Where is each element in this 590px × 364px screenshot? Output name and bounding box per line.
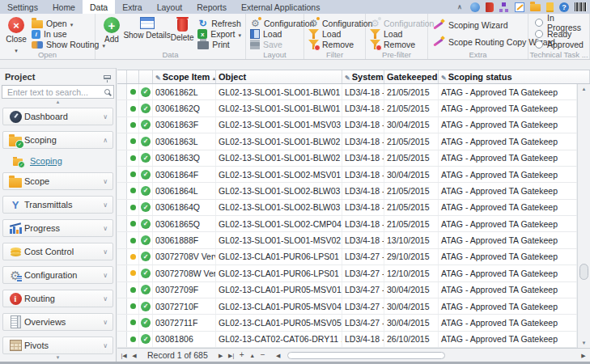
ribbon-tab[interactable]: Extra <box>115 0 150 14</box>
ribbon-tab[interactable]: External Applications <box>234 0 327 14</box>
edit-record-button[interactable] <box>248 353 257 358</box>
scroll-left-arrow-icon[interactable] <box>274 353 282 358</box>
ribbon-tab[interactable]: Data <box>83 0 115 14</box>
folder-icon[interactable] <box>530 4 541 11</box>
vertical-scroll-thumb[interactable] <box>579 264 588 280</box>
table-row[interactable]: 03061865Q GL02-13-SLO01-SLO02-CMP04 ... … <box>117 216 577 232</box>
column-header-system1[interactable]: System 1 <box>342 70 384 83</box>
table-row[interactable]: 03061888F GL02-13-SLO01-SLO01-MSV02 ... … <box>117 232 577 248</box>
scroll-up-arrow-icon[interactable]: ▲ <box>578 84 590 94</box>
help-icon[interactable] <box>559 2 569 12</box>
table-row[interactable]: 03072708W Verv. GL02-13-CLA01-PUR06-LPS0… <box>117 265 577 281</box>
check-circle-icon <box>141 120 151 129</box>
show-details-button[interactable]: Show Details <box>125 15 168 49</box>
scope-routing-copy-wizard-button[interactable]: Scope Routing Copy Wizard <box>431 35 525 49</box>
table-row[interactable]: 03072710F GL02-13-CLA01-PUR05-MSV04 ... … <box>117 298 577 315</box>
sidebar-item[interactable]: Pivots <box>2 336 113 354</box>
scope-item-cell: 03061888F <box>153 232 216 248</box>
globe-icon[interactable] <box>470 2 480 12</box>
sidebar-subitem-scoping[interactable]: Scoping <box>2 154 113 167</box>
export-button[interactable]: Export <box>196 29 243 39</box>
column-header-scoping-status[interactable]: Scoping status <box>439 70 590 83</box>
print-button[interactable]: Print <box>196 40 243 49</box>
scroll-up-strip[interactable]: ▲ <box>0 99 116 106</box>
last-record-button[interactable] <box>227 353 236 358</box>
sidebar-item[interactable]: Scope <box>2 172 113 190</box>
append-record-button[interactable] <box>238 351 246 359</box>
table-row[interactable]: 03061863Q GL02-13-SLO01-SLO01-BLW02 ... … <box>117 150 577 167</box>
first-record-button[interactable] <box>120 353 128 358</box>
refresh-button[interactable]: Refresh <box>196 18 243 28</box>
details-icon <box>140 17 155 29</box>
search-icon[interactable] <box>104 89 110 95</box>
prefilter-remove-button[interactable]: Remove <box>368 40 435 49</box>
object-cell: GL02-13-CLA01-PUR06-LPS01 -... <box>216 249 342 265</box>
search-input[interactable] <box>6 87 102 98</box>
table-row[interactable]: 03061863F GL02-13-SLO01-SLO01-MSV03 ... … <box>117 117 577 133</box>
table-row[interactable]: 03072709F GL02-13-CLA01-PUR05-MSV01 ... … <box>117 282 577 298</box>
sidebar-item[interactable]: Configuration <box>2 266 113 284</box>
table-row[interactable]: 03061864L GL02-13-SLO01-SLO02-BLW03 ... … <box>117 183 577 199</box>
hierarchy-icon[interactable] <box>499 2 509 12</box>
delete-record-button[interactable] <box>259 351 267 359</box>
technical-task-radio[interactable]: In Progress <box>535 16 587 28</box>
ribbon-tab[interactable]: Home <box>45 0 83 14</box>
pin-icon[interactable] <box>104 75 111 79</box>
table-row[interactable]: 03061863L GL02-13-SLO01-SLO01-BLW02 ... … <box>117 133 577 150</box>
table-row[interactable]: 03061864Q GL02-13-SLO01-SLO02-BLW03 ... … <box>117 200 577 216</box>
technical-task-radio[interactable]: Ready <box>535 29 587 39</box>
sidebar-item[interactable]: Dashboard <box>2 108 113 125</box>
table-row[interactable]: 03061862Q GL02-13-SLO01-SLO01-BLW01 ... … <box>117 100 577 116</box>
column-header-gatekeeped[interactable]: Gatekeeped <box>384 70 439 83</box>
barcode-icon[interactable] <box>575 2 587 11</box>
edit-icon[interactable] <box>515 2 524 12</box>
next-record-button[interactable] <box>217 353 225 358</box>
previous-record-button[interactable] <box>130 353 138 358</box>
sidebar-item[interactable]: Overviews <box>2 313 113 331</box>
sidebar-item[interactable]: Progress <box>2 219 113 237</box>
column-header-object[interactable]: Object <box>216 70 342 83</box>
scroll-right-arrow-icon[interactable] <box>579 353 588 358</box>
horizontal-scroll-thumb[interactable] <box>287 352 445 359</box>
scroll-down-strip[interactable]: ▼ <box>0 354 116 362</box>
check-circle-icon <box>141 285 151 294</box>
sidebar-item[interactable]: Transmittals <box>2 196 113 214</box>
ribbon-tab[interactable]: Layout <box>150 0 190 14</box>
column-header-scope-item[interactable]: Scope Item <box>153 70 216 83</box>
scoping-folder-check-icon <box>13 159 23 166</box>
sidebar-item[interactable]: Scoping <box>2 131 113 149</box>
sidebar-item[interactable]: Routing <box>2 290 113 307</box>
filter-configuration-button[interactable]: Configuration <box>307 18 374 28</box>
table-row[interactable]: 03061864F GL02-13-SLO01-SLO02-MSV01 ... … <box>117 167 577 183</box>
group-caption: Open <box>0 50 95 59</box>
sidebar-item[interactable]: Cost Control <box>2 243 113 260</box>
scroll-down-arrow-icon[interactable]: ▼ <box>578 338 590 348</box>
scoping-status-cell: ATAG - Approved TA Gatekeep <box>439 117 577 133</box>
horizontal-scrollbar[interactable] <box>274 351 588 360</box>
object-cell: GL02-13-SLO01-SLO02-BLW03 ... <box>216 183 342 198</box>
add-button[interactable]: Add <box>98 15 125 49</box>
check-circle-icon <box>141 137 151 146</box>
table-row[interactable]: 03081806 GL02-13-CAT02-CAT06-DRY11 ... L… <box>117 332 577 348</box>
table-row[interactable]: 03072708V Verv GL02-13-CLA01-PUR06-LPS01… <box>117 249 577 265</box>
object-cell: GL02-13-SLO01-SLO01-BLW01 ... <box>216 100 342 116</box>
header-check-cell <box>139 70 153 83</box>
object-cell: GL02-13-CLA01-PUR05-MSV01 ... <box>216 282 342 298</box>
pencil-icon <box>155 72 161 82</box>
close-button[interactable]: Close <box>2 15 30 49</box>
prefilter-configuration-button[interactable]: Configuration <box>368 18 435 28</box>
table-row[interactable]: 03072711F GL02-13-CLA01-PUR05-MSV05 ... … <box>117 315 577 331</box>
ribbon-tab[interactable]: Reports <box>189 0 234 14</box>
technical-task-radio[interactable]: Approved <box>535 40 587 49</box>
scoping-wizard-button[interactable]: Scoping Wizard <box>431 18 525 32</box>
prefilter-load-button[interactable]: Load <box>368 29 435 39</box>
table-row[interactable]: 03061862L GL02-13-SLO01-SLO01-BLW01 ... … <box>117 84 577 100</box>
book-icon[interactable] <box>486 2 494 12</box>
ribbon-tab[interactable]: Settings <box>0 0 45 14</box>
collapse-ribbon-chevron-icon[interactable] <box>455 2 465 12</box>
delete-button[interactable]: Delete <box>168 15 196 49</box>
note-icon[interactable] <box>546 2 554 12</box>
vertical-scrollbar[interactable]: ▲ ▼ <box>577 84 590 348</box>
filter-remove-button[interactable]: Remove <box>307 40 374 49</box>
filter-load-button[interactable]: Load <box>307 29 374 39</box>
